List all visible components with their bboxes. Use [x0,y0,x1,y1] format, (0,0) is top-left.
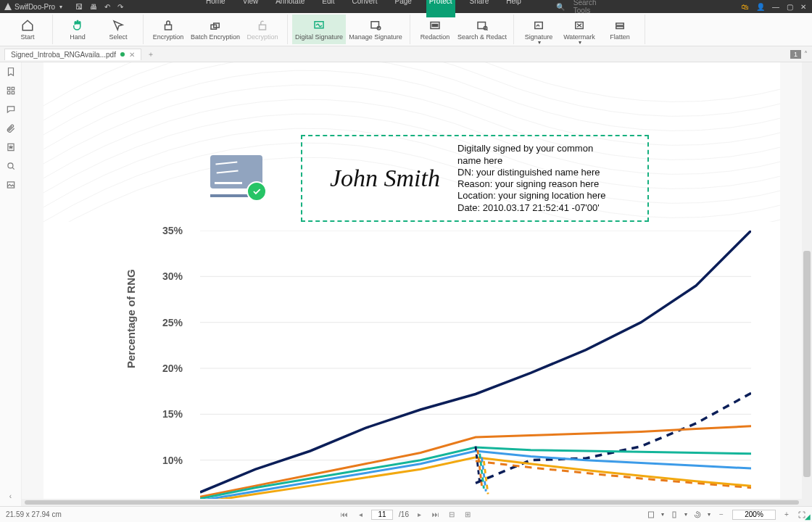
collapse-panel-icon[interactable]: ‹ [9,492,12,500]
window-minimize-icon[interactable]: — [772,3,779,11]
undo-icon[interactable]: ↶ [104,3,110,11]
app-brand[interactable]: SwifDoo-Pro ▾ [4,3,62,11]
signature2-icon [532,19,545,32]
ribbon-encryption[interactable]: Encryption [148,14,188,44]
svg-rect-18 [12,91,14,94]
home-icon [21,19,34,32]
svg-rect-13 [616,23,624,25]
ribbon-hand[interactable]: Hand [57,14,98,44]
chevron-down-icon: ▾ [579,39,581,46]
ribbon-watermark[interactable]: Watermark ▾ [559,14,600,44]
svg-rect-3 [260,25,266,30]
ytick-label: 30% [162,270,183,282]
left-panel: ‹ [0,62,22,506]
unlock-icon [256,19,269,32]
title-bar: SwifDoo-Pro ▾ 🖫 🖶 ↶ ↷ Home View Annotate… [0,0,812,13]
ytick-label: 20% [162,362,183,374]
ribbon-digital-signature[interactable]: Digital Signature [292,14,346,44]
account-icon[interactable]: 👤 [756,3,765,11]
digital-signature-box[interactable]: John Smith Digitally signed by your comm… [301,135,649,222]
fit-page-icon[interactable] [647,510,655,519]
brand-dropdown-icon[interactable]: ▾ [59,4,62,10]
flatten-icon [613,19,626,32]
scroll-thumb[interactable] [803,251,811,477]
save-icon[interactable]: 🖫 [75,3,83,11]
page-badge: 1 [790,50,801,59]
scroll-thumb[interactable] [25,500,799,505]
ribbon-search-redact[interactable]: Search & Redact [455,14,509,44]
bookmark-icon[interactable] [6,67,16,77]
zoom-in-button[interactable]: + [782,510,792,518]
signer-name: John Smith [312,165,457,192]
redo-icon[interactable]: ↷ [117,3,123,11]
single-page-icon[interactable] [670,510,679,519]
ribbon-batch-encryption[interactable]: Batch Encryption [188,14,242,44]
tab-strip: Signed_Introba_RNGAvaila...pdf ✕ ＋ 1 ˄ [0,46,812,62]
svg-rect-14 [616,26,624,28]
search-panel-icon[interactable] [6,161,16,171]
ribbon-redaction[interactable]: Redaction [415,14,455,44]
ribbon-start[interactable]: Start [7,14,48,44]
zoom-input[interactable] [732,510,776,520]
prev-page-button[interactable]: ◂ [355,510,365,518]
chart-ylabel: Percentage of RNG [125,269,137,368]
window-close-icon[interactable]: ✕ [800,3,806,11]
window-maximize-icon[interactable]: ▢ [787,3,793,11]
first-page-button[interactable]: ⏮ [339,510,349,518]
lock-icon [162,19,175,32]
redaction-icon [428,19,442,32]
word-icon[interactable] [6,142,16,152]
ytick-label: 10% [162,455,183,466]
comments-icon[interactable] [6,104,16,115]
chevron-down-icon: ▾ [538,39,541,46]
app-name: SwifDoo-Pro [14,3,55,11]
image-panel-icon[interactable] [6,180,16,190]
search-icon: 🔍 [553,1,568,12]
chart-plot [200,231,751,506]
next-page-button[interactable]: ▸ [415,510,425,518]
cart-icon[interactable]: 🛍 [742,3,749,11]
ribbon-manage-signature[interactable]: Manage Signature [346,14,405,44]
ribbon-select[interactable]: Select [98,14,138,44]
fit-plus-button[interactable]: ⊞ [463,510,473,518]
resize-grip-icon[interactable]: ◢ [805,513,811,521]
signature-details: Digitally signed by your common name her… [457,143,606,214]
modified-dot-icon [120,52,125,57]
pdf-page: John Smith Digitally signed by your comm… [44,62,780,506]
status-bar: 21.59 x 27.94 cm ⏮ ◂ /16 ▸ ⏭ ⊟ ⊞ ▾ ▾ ▾ −… [0,506,812,522]
rng-chart: Percentage of RNG 35%30%25%20%15%10% [130,231,751,506]
svg-point-20 [7,163,12,168]
rotate-icon[interactable] [693,510,702,519]
vertical-scrollbar[interactable] [802,62,812,506]
zoom-out-button[interactable]: − [716,510,726,518]
ribbon: Start Hand Select Encryption Batch Encry… [0,13,812,46]
signature-icon [312,19,326,32]
lock-batch-icon [209,19,222,32]
svg-rect-16 [12,87,14,90]
tab-close-icon[interactable]: ✕ [129,51,135,59]
document-viewport[interactable]: John Smith Digitally signed by your comm… [22,62,802,506]
collapse-ribbon-icon[interactable]: ˄ [804,50,808,58]
document-tab[interactable]: Signed_Introba_RNGAvaila...pdf ✕ [4,49,141,60]
page-number-input[interactable] [371,510,393,520]
watermark-icon [573,19,586,32]
fit-minus-button[interactable]: ⊟ [447,510,457,518]
page-dimensions: 21.59 x 27.94 cm [6,510,62,518]
cursor-icon [112,19,125,32]
ribbon-flatten[interactable]: Flatten [600,14,640,44]
checkmark-badge-icon [246,181,267,202]
svg-rect-17 [7,91,10,94]
manage-signature-icon [369,19,382,32]
ribbon-signature[interactable]: Signature ▾ [518,14,559,44]
attachments-icon[interactable] [6,123,16,133]
ytick-label: 25% [162,317,183,328]
signature-valid-stamp [210,155,262,194]
last-page-button[interactable]: ⏭ [431,510,441,518]
search-placeholder: Search Tools [571,0,606,16]
thumbnails-icon[interactable] [6,86,16,96]
new-tab-button[interactable]: ＋ [147,49,154,59]
tab-title: Signed_Introba_RNGAvaila...pdf [11,51,116,59]
horizontal-scrollbar[interactable] [22,499,802,506]
search-redact-icon [476,19,489,32]
print-icon[interactable]: 🖶 [90,3,97,11]
